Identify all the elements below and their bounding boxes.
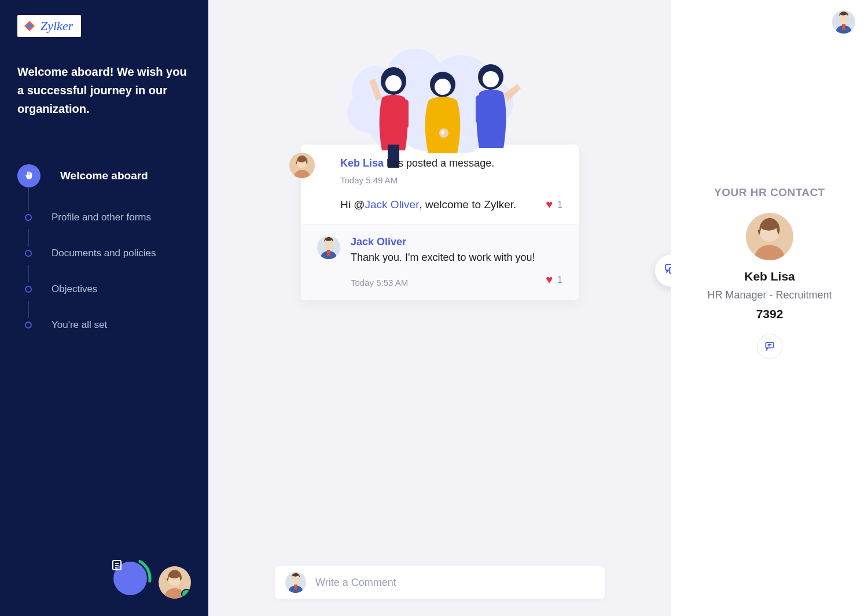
step-dot-icon [25, 286, 32, 293]
step-all-set[interactable]: You're all set [17, 313, 191, 337]
hr-contact-card: YOUR HR CONTACT Keb Lisa HR Manager - Re… [684, 186, 855, 359]
progress-button[interactable] [110, 558, 150, 599]
reply-author-link[interactable]: Jack Oliver [351, 236, 562, 248]
main-content: Keb Lisa has posted a message. Today 5:4… [208, 0, 671, 616]
hand-icon [17, 164, 41, 187]
step-profile-forms[interactable]: Profile and other forms [17, 206, 191, 229]
svg-point-23 [292, 576, 300, 584]
heart-icon: ♥ [546, 198, 553, 211]
comment-bar [275, 566, 605, 599]
step-label: You're all set [52, 319, 107, 331]
reply: Jack Oliver Thank you. I'm excited to wo… [301, 224, 579, 300]
sidebar-bottom [110, 558, 191, 599]
svg-point-10 [435, 79, 451, 95]
logo-icon [22, 19, 37, 34]
step-label: Profile and other forms [52, 212, 151, 223]
post-timestamp: Today 5:49 AM [340, 175, 562, 185]
post-like-button[interactable]: ♥ 1 [546, 198, 562, 211]
svg-rect-24 [294, 585, 297, 590]
hr-contact-extension: 7392 [684, 307, 855, 321]
reply-like-count: 1 [557, 275, 562, 285]
welcome-post: Keb Lisa has posted a message. Today 5:4… [301, 145, 579, 300]
hr-contact-name: Keb Lisa [684, 270, 855, 283]
step-label: Objectives [52, 283, 97, 295]
reply-author-avatar[interactable] [317, 236, 340, 259]
post-author-link[interactable]: Keb Lisa [340, 157, 384, 169]
svg-rect-19 [327, 250, 330, 256]
right-panel: YOUR HR CONTACT Keb Lisa HR Manager - Re… [671, 0, 868, 616]
post-author-avatar[interactable] [289, 153, 315, 178]
step-label: Documents and policies [52, 248, 156, 259]
step-dot-icon [25, 322, 32, 329]
post-action-text: has posted a message. [384, 157, 494, 169]
svg-rect-6 [403, 99, 409, 128]
hr-chat-button[interactable] [757, 334, 782, 359]
logo[interactable]: Zylker [17, 15, 81, 37]
onboarding-steps: Welcome aboard Profile and other forms D… [17, 158, 191, 349]
svg-rect-27 [842, 24, 845, 30]
welcome-illustration [301, 17, 579, 150]
chat-icon [764, 340, 775, 353]
reply-text: Thank you. I'm excited to work with you! [351, 252, 562, 264]
current-user-avatar[interactable] [159, 566, 191, 599]
step-welcome-aboard[interactable]: Welcome aboard [17, 158, 191, 193]
comment-user-avatar[interactable] [285, 572, 306, 593]
reply-like-button[interactable]: ♥ 1 [546, 273, 562, 286]
svg-point-18 [324, 240, 333, 249]
step-objectives[interactable]: Objectives [17, 278, 191, 301]
svg-rect-30 [766, 342, 773, 348]
svg-point-26 [839, 14, 848, 24]
svg-rect-14 [476, 95, 481, 123]
svg-point-13 [483, 71, 499, 87]
top-user-avatar[interactable] [832, 10, 855, 34]
reply-timestamp: Today 5:53 AM [351, 278, 408, 287]
hr-contact-title: HR Manager - Recruitment [684, 289, 855, 301]
welcome-message: Welcome aboard! We wish you a successful… [17, 62, 191, 118]
hr-contact-header: YOUR HR CONTACT [684, 186, 855, 199]
step-documents-policies[interactable]: Documents and policies [17, 242, 191, 265]
mention-link[interactable]: Jack Oliver [365, 198, 420, 211]
step-label: Welcome aboard [60, 169, 148, 182]
logo-text: Zylker [41, 19, 73, 34]
post-like-count: 1 [557, 200, 562, 210]
post-message-text: Hi @Jack Oliver, welcome to Zylker. [340, 198, 516, 211]
comment-input[interactable] [315, 577, 594, 589]
step-dot-icon [25, 214, 32, 221]
hr-contact-avatar[interactable] [746, 213, 793, 260]
sidebar: Zylker Welcome aboard! We wish you a suc… [0, 0, 208, 616]
step-dot-icon [25, 250, 32, 257]
svg-point-5 [385, 75, 402, 91]
heart-icon: ♥ [546, 273, 553, 286]
